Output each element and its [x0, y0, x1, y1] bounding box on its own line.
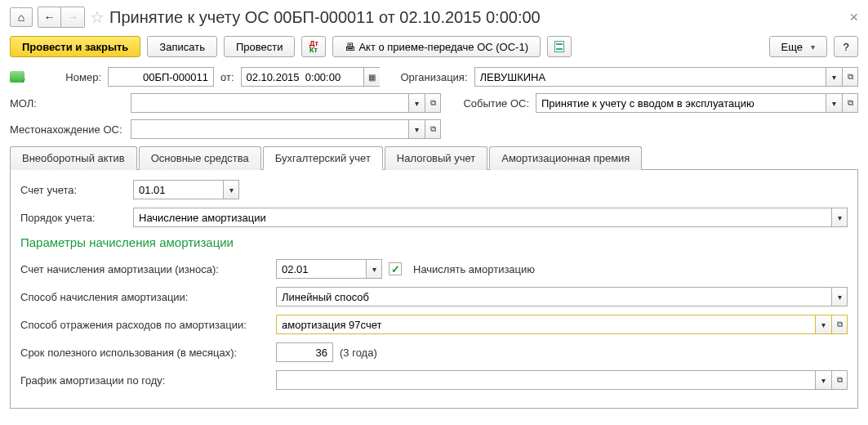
tab-bonus[interactable]: Амортизационная премия: [489, 146, 642, 170]
mol-label: МОЛ:: [10, 97, 124, 110]
section-title: Параметры начисления амортизации: [20, 235, 848, 249]
life-input[interactable]: [276, 342, 333, 362]
home-button[interactable]: ⌂: [10, 7, 33, 27]
post-and-close-button[interactable]: Провести и закрыть: [10, 36, 140, 57]
location-dropdown[interactable]: ▾: [408, 119, 425, 139]
tab-noncurrent-asset[interactable]: Внеоборотный актив: [10, 146, 137, 170]
from-label: от:: [220, 71, 234, 83]
tab-accounting[interactable]: Бухгалтерский учет: [263, 146, 383, 170]
dtkt-icon: ДтКт: [309, 40, 318, 53]
account-input[interactable]: [133, 180, 223, 199]
document-button[interactable]: [547, 36, 572, 57]
help-button[interactable]: ?: [834, 36, 858, 57]
expense-input[interactable]: [276, 315, 815, 334]
org-open-icon[interactable]: ⧉: [842, 67, 858, 87]
tab-tax[interactable]: Налоговый учет: [385, 146, 487, 170]
dep-account-dropdown[interactable]: ▾: [366, 259, 382, 279]
back-button[interactable]: ←: [38, 7, 61, 27]
calendar-icon[interactable]: ▦: [363, 67, 380, 87]
schedule-open-icon[interactable]: ⧉: [831, 370, 848, 390]
tabs: Внеоборотный актив Основные средства Бух…: [10, 145, 858, 170]
schedule-input[interactable]: [276, 370, 815, 390]
mol-dropdown[interactable]: ▾: [408, 93, 425, 113]
calc-depr-checkbox[interactable]: ✓: [389, 262, 402, 275]
org-label: Организация:: [386, 71, 468, 83]
method-label: Способ начисления амортизации:: [20, 291, 269, 303]
dep-account-label: Счет начисления амортизации (износа):: [20, 263, 269, 275]
life-hint: (3 года): [340, 347, 377, 359]
location-open-icon[interactable]: ⧉: [425, 119, 441, 139]
mol-input[interactable]: [131, 93, 408, 113]
event-dropdown[interactable]: ▾: [826, 93, 842, 113]
order-dropdown[interactable]: ▾: [831, 208, 848, 227]
post-button[interactable]: Провести: [224, 36, 296, 57]
print-act-button[interactable]: 🖶Акт о приеме-передаче ОС (ОС-1): [332, 36, 541, 57]
schedule-dropdown[interactable]: ▾: [815, 370, 831, 390]
life-label: Срок полезного использования (в месяцах)…: [20, 347, 269, 359]
location-label: Местонахождение ОС:: [10, 123, 124, 136]
dtkt-button[interactable]: ДтКт: [301, 36, 326, 57]
document-icon: [554, 41, 564, 52]
org-dropdown[interactable]: ▾: [826, 67, 842, 87]
location-input[interactable]: [131, 119, 408, 139]
account-dropdown[interactable]: ▾: [223, 180, 239, 199]
write-button[interactable]: Записать: [147, 36, 217, 57]
calc-depr-label: Начислять амортизацию: [413, 263, 535, 275]
order-label: Порядок учета:: [20, 212, 127, 224]
tab-fixed-assets[interactable]: Основные средства: [139, 146, 261, 170]
forward-button[interactable]: →: [61, 7, 84, 27]
schedule-label: График амортизации по году:: [20, 374, 269, 387]
expense-label: Способ отражения расходов по амортизации…: [20, 319, 269, 331]
org-input[interactable]: [474, 67, 826, 87]
event-label: Событие ОС:: [447, 97, 529, 110]
number-input[interactable]: [108, 67, 214, 87]
method-dropdown[interactable]: ▾: [831, 287, 848, 306]
event-open-icon[interactable]: ⧉: [842, 93, 858, 113]
method-input[interactable]: [276, 287, 831, 306]
more-button[interactable]: Еще: [769, 36, 827, 57]
date-input[interactable]: [241, 67, 363, 87]
page-title: Принятие к учету ОС 00БП-000011 от 02.10…: [109, 8, 541, 27]
close-icon[interactable]: ×: [849, 9, 858, 26]
expense-open-icon[interactable]: ⧉: [831, 315, 848, 334]
number-label: Номер:: [31, 71, 101, 83]
order-input[interactable]: [133, 208, 831, 227]
account-label: Счет учета:: [20, 184, 127, 196]
printer-icon: 🖶: [345, 41, 355, 53]
event-input[interactable]: [536, 93, 826, 113]
expense-dropdown[interactable]: ▾: [815, 315, 831, 334]
mol-open-icon[interactable]: ⧉: [425, 93, 441, 113]
favorite-icon[interactable]: ☆: [90, 7, 105, 27]
status-icon: [10, 71, 24, 83]
dep-account-input[interactable]: [276, 259, 366, 279]
